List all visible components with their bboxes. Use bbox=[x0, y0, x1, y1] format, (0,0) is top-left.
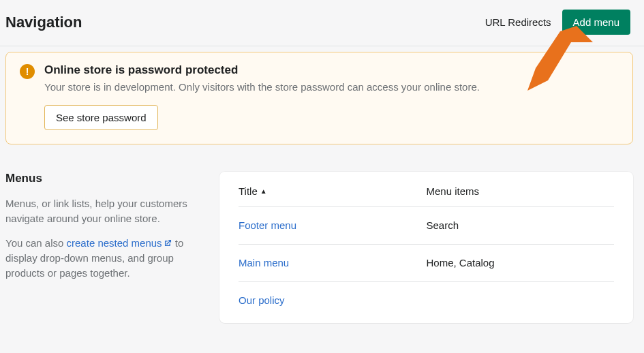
password-banner: ! Online store is password protected You… bbox=[5, 52, 633, 144]
menu-items-cell: Home, Catalog bbox=[427, 257, 495, 268]
menus-side-column: Menus Menus, or link lists, help your cu… bbox=[5, 172, 203, 323]
menus-desc-1: Menus, or link lists, help your customer… bbox=[5, 196, 203, 226]
table-row[interactable]: Our policy bbox=[239, 282, 614, 319]
content-row: Menus Menus, or link lists, help your cu… bbox=[0, 144, 644, 323]
table-row[interactable]: Main menu Home, Catalog bbox=[239, 245, 614, 282]
nested-menus-link[interactable]: create nested menus bbox=[67, 237, 172, 249]
page-title: Navigation bbox=[5, 14, 82, 31]
url-redirects-link[interactable]: URL Redirects bbox=[485, 16, 551, 28]
warning-icon: ! bbox=[20, 64, 35, 79]
col-title-header[interactable]: Title ▲ bbox=[239, 185, 427, 197]
menu-title-link[interactable]: Our policy bbox=[239, 294, 285, 306]
table-row[interactable]: Footer menu Search bbox=[239, 207, 614, 245]
menus-desc-2-before: You can also bbox=[5, 237, 67, 249]
col-items-header: Menu items bbox=[427, 185, 615, 197]
menu-items-cell: Search bbox=[427, 219, 459, 231]
menu-title-link[interactable]: Footer menu bbox=[239, 219, 296, 231]
menus-desc-2: You can also create nested menus to disp… bbox=[5, 236, 203, 281]
banner-heading: Online store is password protected bbox=[44, 63, 480, 77]
banner-body-text: Your store is in development. Only visit… bbox=[44, 81, 480, 93]
menus-table-card: Title ▲ Menu items Footer menu Search Ma… bbox=[219, 172, 633, 323]
see-password-button[interactable]: See store password bbox=[44, 105, 158, 130]
header-actions: URL Redirects Add menu bbox=[485, 10, 630, 35]
menus-heading: Menus bbox=[5, 172, 203, 185]
table-header: Title ▲ Menu items bbox=[239, 185, 614, 207]
sort-ascending-icon: ▲ bbox=[260, 187, 267, 195]
menu-title-link[interactable]: Main menu bbox=[239, 257, 289, 268]
external-link-icon bbox=[164, 236, 172, 251]
page-header: Navigation URL Redirects Add menu bbox=[0, 0, 644, 46]
add-menu-button[interactable]: Add menu bbox=[562, 10, 630, 35]
